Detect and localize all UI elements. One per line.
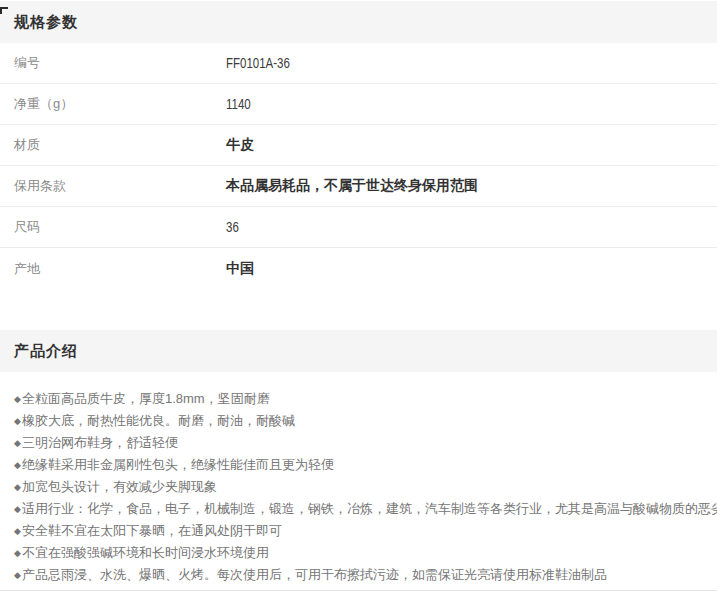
diamond-bullet-icon: ◆ <box>14 504 21 514</box>
table-row: 保用条款 本品属易耗品，不属于世达终身保用范围 <box>0 166 717 207</box>
bullet-text: 安全鞋不宜在太阳下暴晒，在通风处阴干即可 <box>22 523 282 538</box>
diamond-bullet-icon: ◆ <box>14 482 21 492</box>
diamond-bullet-icon: ◆ <box>14 416 21 426</box>
spec-value: 中国 <box>226 260 254 278</box>
spec-value: 36 <box>226 219 239 235</box>
table-row: 净重（g） 1140 <box>0 84 717 125</box>
bullet-text: 加宽包头设计，有效减少夹脚现象 <box>22 479 217 494</box>
spec-label: 净重（g） <box>0 95 226 113</box>
spec-table: 编号 FF0101A-36 净重（g） 1140 材质 牛皮 保用条款 本品属易… <box>0 43 717 289</box>
list-item: ◆产品忌雨浸、水洗、爆晒、火烤。每次使用后，可用干布擦拭污迹，如需保证光亮请使用… <box>14 564 707 586</box>
bullet-text: 不宜在强酸强碱环境和长时间浸水环境使用 <box>22 545 269 560</box>
bullet-text: 适用行业：化学，食品，电子，机械制造，锻造，钢铁，冶炼，建筑，汽车制造等各类行业… <box>22 501 717 516</box>
table-row: 产地 中国 <box>0 248 717 289</box>
list-item: ◆安全鞋不宜在太阳下暴晒，在通风处阴干即可 <box>14 520 707 542</box>
diamond-bullet-icon: ◆ <box>14 570 21 580</box>
intro-section-title: 产品介绍 <box>14 342 78 361</box>
diamond-bullet-icon: ◆ <box>14 438 21 448</box>
spec-label: 产地 <box>0 260 226 278</box>
diamond-bullet-icon: ◆ <box>14 460 21 470</box>
table-row: 尺码 36 <box>0 207 717 248</box>
bullet-text: 产品忌雨浸、水洗、爆晒、火烤。每次使用后，可用干布擦拭污迹，如需保证光亮请使用标… <box>22 567 607 582</box>
list-item: ◆不宜在强酸强碱环境和长时间浸水环境使用 <box>14 542 707 564</box>
bullet-text: 全粒面高品质牛皮，厚度1.8mm，坚固耐磨 <box>22 391 270 406</box>
product-spec-page: 规格参数 编号 FF0101A-36 净重（g） 1140 材质 牛皮 保用条款… <box>0 1 717 591</box>
intro-bullet-list: ◆全粒面高品质牛皮，厚度1.8mm，坚固耐磨 ◆橡胶大底，耐热性能优良。耐磨，耐… <box>0 372 717 586</box>
spec-label: 尺码 <box>0 218 226 236</box>
list-item: ◆橡胶大底，耐热性能优良。耐磨，耐油，耐酸碱 <box>14 410 707 432</box>
diamond-bullet-icon: ◆ <box>14 394 21 404</box>
diamond-bullet-icon: ◆ <box>14 526 21 536</box>
spec-label: 材质 <box>0 136 226 154</box>
section-gap <box>0 289 717 329</box>
spec-value: 牛皮 <box>226 136 254 154</box>
intro-section-header: 产品介绍 <box>0 330 717 372</box>
list-item: ◆加宽包头设计，有效减少夹脚现象 <box>14 476 707 498</box>
diamond-bullet-icon: ◆ <box>14 548 21 558</box>
spec-section-header: 规格参数 <box>0 1 717 43</box>
spec-value: 1140 <box>226 96 251 112</box>
bullet-text: 三明治网布鞋身，舒适轻便 <box>22 435 178 450</box>
list-item: ◆绝缘鞋采用非金属刚性包头，绝缘性能佳而且更为轻便 <box>14 454 707 476</box>
spec-section-title: 规格参数 <box>14 13 78 32</box>
table-row: 材质 牛皮 <box>0 125 717 166</box>
table-row: 编号 FF0101A-36 <box>0 43 717 84</box>
top-left-corner-mark <box>0 7 8 9</box>
bullet-text: 绝缘鞋采用非金属刚性包头，绝缘性能佳而且更为轻便 <box>22 457 334 472</box>
list-item: ◆全粒面高品质牛皮，厚度1.8mm，坚固耐磨 <box>14 388 707 410</box>
spec-value: 本品属易耗品，不属于世达终身保用范围 <box>226 177 478 195</box>
list-item: ◆三明治网布鞋身，舒适轻便 <box>14 432 707 454</box>
bottom-divider <box>0 590 717 591</box>
spec-label: 保用条款 <box>0 177 226 195</box>
spec-value: FF0101A-36 <box>226 55 290 71</box>
list-item: ◆适用行业：化学，食品，电子，机械制造，锻造，钢铁，冶炼，建筑，汽车制造等各类行… <box>14 498 707 520</box>
bullet-text: 橡胶大底，耐热性能优良。耐磨，耐油，耐酸碱 <box>22 413 295 428</box>
spec-label: 编号 <box>0 54 226 72</box>
